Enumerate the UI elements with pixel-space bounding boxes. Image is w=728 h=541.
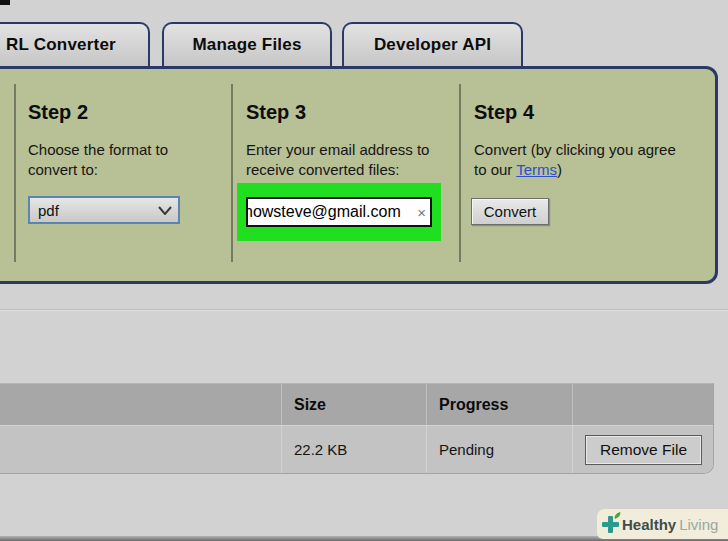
chevron-down-icon <box>158 206 172 215</box>
tab-developer-api[interactable]: Developer API <box>342 22 523 66</box>
step-4-title: Step 4 <box>474 101 686 124</box>
convert-button[interactable]: Convert <box>471 198 549 225</box>
tab-label: RL Converter <box>6 35 116 55</box>
table-row: 22.2 KB Pending Remove File <box>0 425 713 473</box>
tab-manage-files[interactable]: Manage Files <box>162 22 332 66</box>
leaf-icon <box>613 512 621 519</box>
files-table: Size Progress 22.2 KB Pending Remove Fil… <box>0 383 714 474</box>
step-3-title: Step 3 <box>246 101 468 124</box>
remove-file-button[interactable]: Remove File <box>585 435 702 465</box>
clear-input-icon[interactable]: × <box>417 205 426 220</box>
cropped-ui-fragment <box>0 0 10 5</box>
table-header-actions <box>572 384 713 425</box>
healthy-living-watermark: Healthy Living <box>597 509 728 539</box>
section-divider <box>0 309 728 311</box>
table-header-progress: Progress <box>426 384 572 425</box>
tab-label: Developer API <box>374 35 491 55</box>
tab-label: Manage Files <box>192 35 301 55</box>
step-4-description-text: ) <box>557 161 562 178</box>
step-2-description: Choose the format to convert to: <box>28 140 206 180</box>
step-4-description: Convert (by clicking you agree to our Te… <box>474 140 686 180</box>
table-header-file <box>0 384 281 425</box>
file-size-cell: 22.2 KB <box>281 426 426 473</box>
watermark-text-light: Living <box>679 516 718 533</box>
step-2-title: Step 2 <box>28 101 206 124</box>
watermark-text-bold: Healthy <box>622 516 676 533</box>
file-progress-cell: Pending <box>426 426 572 473</box>
table-header-row: Size Progress <box>0 384 713 425</box>
file-actions-cell: Remove File <box>572 426 713 473</box>
format-select[interactable]: pdf <box>28 196 180 224</box>
healthy-living-plus-icon <box>602 516 619 533</box>
step-column-divider <box>231 84 233 262</box>
format-select-value: pdf <box>38 202 59 219</box>
file-name-cell <box>0 426 281 473</box>
step-column-divider <box>14 84 16 262</box>
email-input[interactable]: howsteve@gmail.com × <box>246 197 432 227</box>
step-3-section: Step 3 Enter your email address to recei… <box>246 101 468 180</box>
step-3-description: Enter your email address to receive conv… <box>246 140 468 180</box>
table-header-size: Size <box>281 384 426 425</box>
step-4-description-text: Convert (by clicking you agree to our <box>474 141 676 178</box>
email-input-value: howsteve@gmail.com <box>246 203 415 221</box>
terms-link[interactable]: Terms <box>516 161 557 178</box>
converter-steps-panel: Step 2 Choose the format to convert to: … <box>0 66 718 284</box>
tab-url-converter[interactable]: RL Converter <box>0 22 150 66</box>
highlight-box: howsteve@gmail.com × <box>237 183 441 241</box>
step-2-section: Step 2 Choose the format to convert to: <box>28 101 206 180</box>
step-4-section: Step 4 Convert (by clicking you agree to… <box>474 101 686 180</box>
